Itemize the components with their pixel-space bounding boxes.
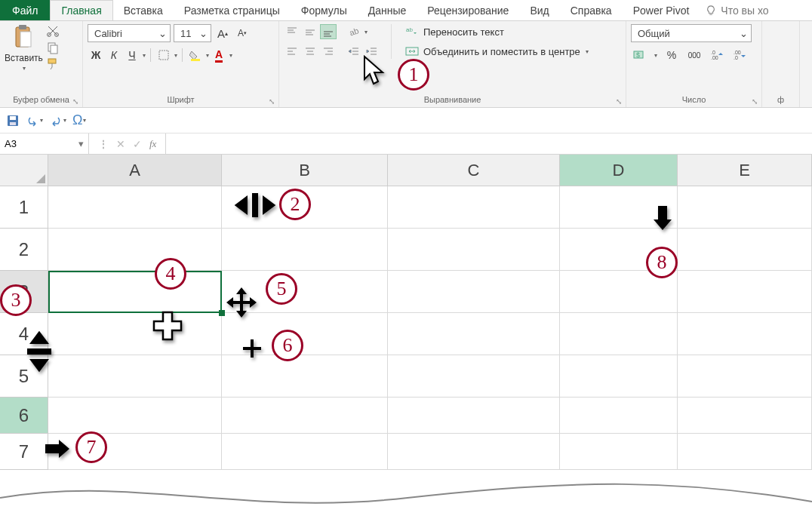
- number-format-combo[interactable]: Общий ⌄: [631, 24, 752, 42]
- fill-color-button[interactable]: [187, 47, 204, 63]
- row-header-1[interactable]: 1: [0, 186, 48, 229]
- column-header-D[interactable]: D: [560, 155, 678, 186]
- font-name-combo[interactable]: Calibri ⌄: [88, 24, 171, 42]
- cell-B7[interactable]: [222, 434, 388, 470]
- formula-input[interactable]: [166, 134, 812, 154]
- separator: [391, 24, 392, 59]
- underline-button[interactable]: Ч: [124, 47, 140, 63]
- orientation-icon[interactable]: ab: [346, 24, 362, 39]
- enter-formula-icon[interactable]: ✓: [133, 138, 142, 150]
- align-bottom-icon[interactable]: [320, 24, 337, 39]
- cell-E1[interactable]: [678, 186, 812, 229]
- tab-home[interactable]: Главная: [50, 0, 112, 20]
- cell-E4[interactable]: [678, 313, 812, 355]
- select-all-corner[interactable]: [0, 155, 48, 186]
- cell-A4[interactable]: [48, 313, 222, 355]
- cell-A6[interactable]: [48, 398, 222, 434]
- borders-button[interactable]: [155, 47, 172, 63]
- cell-E7[interactable]: [678, 434, 812, 470]
- fill-handle[interactable]: [219, 310, 225, 316]
- save-icon[interactable]: [6, 114, 20, 127]
- cut-icon[interactable]: [46, 24, 60, 38]
- cell-C5[interactable]: [388, 355, 560, 398]
- cell-C7[interactable]: [388, 434, 560, 470]
- copy-icon[interactable]: [46, 41, 60, 54]
- cell-E3[interactable]: [678, 271, 812, 313]
- align-top-icon[interactable]: [284, 24, 300, 39]
- redo-button[interactable]: ▾: [49, 115, 66, 127]
- name-box[interactable]: A3 ▾: [0, 134, 89, 154]
- row-header-7[interactable]: 7: [0, 434, 48, 470]
- format-painter-icon[interactable]: [46, 57, 60, 71]
- ribbon-tabs: Файл Главная Вставка Разметка страницы Ф…: [0, 0, 812, 21]
- cell-A2[interactable]: [48, 229, 222, 271]
- cell-D5[interactable]: [560, 355, 678, 398]
- decrease-indent-icon[interactable]: [346, 44, 362, 59]
- align-center-icon[interactable]: [302, 44, 318, 59]
- increase-decimal-icon[interactable]: .0.00: [709, 47, 725, 63]
- cell-B2[interactable]: [222, 229, 388, 271]
- cell-E6[interactable]: [678, 398, 812, 434]
- column-select-cursor-icon: [652, 204, 673, 232]
- cell-C1[interactable]: [388, 186, 560, 229]
- percent-format-button[interactable]: %: [663, 47, 680, 63]
- column-header-A[interactable]: A: [48, 155, 222, 186]
- align-left-icon[interactable]: [284, 44, 300, 59]
- number-launcher-icon[interactable]: ⤡: [752, 97, 759, 105]
- align-middle-icon[interactable]: [302, 24, 318, 39]
- callout-8: 8: [646, 247, 678, 278]
- cell-C2[interactable]: [388, 229, 560, 271]
- tab-powerpivot[interactable]: Power Pivot: [623, 0, 700, 20]
- decrease-font-icon[interactable]: A▾: [234, 25, 251, 41]
- cell-E5[interactable]: [678, 355, 812, 398]
- column-header-E[interactable]: E: [678, 155, 812, 186]
- tab-insert[interactable]: Вставка: [113, 0, 174, 20]
- accounting-format-icon[interactable]: $: [631, 47, 647, 63]
- italic-button[interactable]: К: [106, 47, 122, 63]
- comma-format-button[interactable]: 000: [686, 47, 703, 63]
- tab-data[interactable]: Данные: [358, 0, 417, 20]
- row-header-6[interactable]: 6: [0, 398, 48, 434]
- omega-button[interactable]: Ω▾: [72, 112, 86, 128]
- paste-button[interactable]: Вставить ▾: [5, 24, 43, 72]
- align-right-icon[interactable]: [320, 44, 337, 59]
- cell-A5[interactable]: [48, 355, 222, 398]
- font-size-combo[interactable]: 11 ⌄: [174, 24, 211, 42]
- tell-me-search[interactable]: Что вы хо: [700, 0, 774, 20]
- font-color-button[interactable]: A: [211, 47, 227, 63]
- cell-B5[interactable]: [222, 355, 388, 398]
- insert-function-icon[interactable]: fx: [149, 138, 156, 150]
- cell-A1[interactable]: [48, 186, 222, 229]
- bold-button[interactable]: Ж: [88, 47, 104, 63]
- column-header-B[interactable]: B: [222, 155, 388, 186]
- svg-rect-9: [191, 59, 200, 61]
- cell-B6[interactable]: [222, 398, 388, 434]
- formula-box-options-icon[interactable]: ⋮: [98, 138, 109, 150]
- decrease-decimal-icon[interactable]: .00.0: [731, 47, 748, 63]
- cell-D6[interactable]: [560, 398, 678, 434]
- tab-help[interactable]: Справка: [560, 0, 623, 20]
- cell-D4[interactable]: [560, 313, 678, 355]
- cancel-formula-icon[interactable]: ✕: [116, 138, 125, 150]
- wrap-text-button[interactable]: ab Переносить текст: [402, 24, 592, 39]
- tab-review[interactable]: Рецензирование: [417, 0, 519, 20]
- tab-page-layout[interactable]: Разметка страницы: [174, 0, 291, 20]
- undo-button[interactable]: ▾: [26, 115, 43, 127]
- pointer-cursor-icon: [361, 55, 386, 91]
- cell-C4[interactable]: [388, 313, 560, 355]
- column-header-C[interactable]: C: [388, 155, 560, 186]
- alignment-launcher-icon[interactable]: ⤡: [616, 97, 623, 105]
- tab-file[interactable]: Файл: [0, 0, 50, 20]
- tab-view[interactable]: Вид: [519, 0, 559, 20]
- font-launcher-icon[interactable]: ⤡: [269, 97, 276, 105]
- cell-E2[interactable]: [678, 229, 812, 271]
- tab-formulas[interactable]: Формулы: [291, 0, 358, 20]
- clipboard-launcher-icon[interactable]: ⤡: [72, 97, 80, 105]
- increase-font-icon[interactable]: A▴: [214, 25, 231, 41]
- row-header-2[interactable]: 2: [0, 229, 48, 271]
- cell-A7[interactable]: [48, 434, 222, 470]
- cell-C3[interactable]: [388, 271, 560, 313]
- merge-center-button[interactable]: Объединить и поместить в центре ▾: [402, 44, 592, 59]
- cell-D7[interactable]: [560, 434, 678, 470]
- cell-C6[interactable]: [388, 398, 560, 434]
